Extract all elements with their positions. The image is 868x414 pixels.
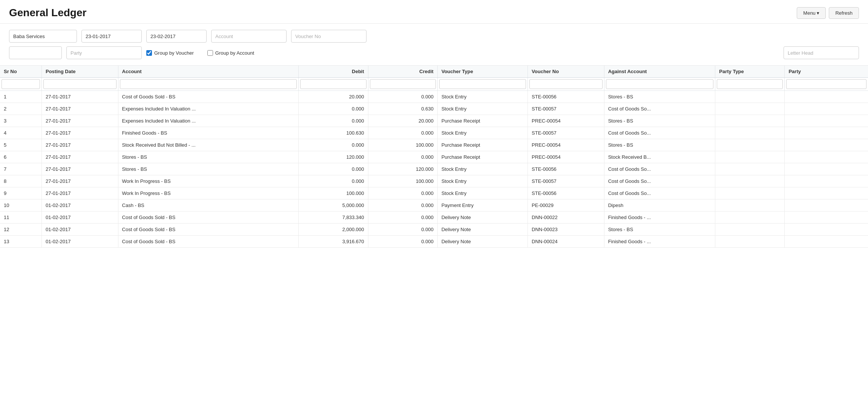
party-input[interactable] [66, 46, 142, 59]
cell-debit: 0.000 [299, 115, 368, 127]
filter-row-1 [9, 30, 859, 43]
filter-party[interactable] [786, 79, 866, 89]
filter-row-2: Group by Voucher Group by Account [9, 46, 859, 59]
cell-party-type [715, 115, 785, 127]
cell-voucher-no: STE-00057 [528, 175, 604, 187]
cell-voucher-type: Stock Entry [437, 127, 528, 139]
table-row: 127-01-2017Cost of Goods Sold - BS20.000… [0, 91, 868, 103]
filters-section: Group by Voucher Group by Account [0, 24, 868, 66]
filter-against[interactable] [606, 79, 714, 89]
cell-credit: 100.000 [368, 175, 437, 187]
table-row: 1101-02-2017Cost of Goods Sold - BS7,833… [0, 212, 868, 224]
cell-party [785, 236, 868, 248]
letter-head-input[interactable] [784, 46, 859, 59]
table-row: 827-01-2017Work In Progress - BS0.000100… [0, 175, 868, 187]
cell-date: 01-02-2017 [41, 212, 118, 224]
filter-voucher-no[interactable] [529, 79, 603, 89]
cell-voucher-no: PE-00029 [528, 199, 604, 212]
table-row: 927-01-2017Work In Progress - BS100.0000… [0, 187, 868, 199]
cell-credit: 0.000 [368, 224, 437, 236]
cell-srno: 2 [0, 103, 41, 115]
account-input[interactable] [211, 30, 287, 43]
cell-credit: 0.000 [368, 199, 437, 212]
cell-date: 27-01-2017 [41, 187, 118, 199]
cell-voucher-no: PREC-00054 [528, 115, 604, 127]
cell-date: 01-02-2017 [41, 224, 118, 236]
col-header-debit: Debit [299, 66, 368, 78]
cell-party-type [715, 103, 785, 115]
cell-account: Expenses Included In Valuation ... [118, 103, 299, 115]
cell-against: Cost of Goods So... [604, 175, 715, 187]
cell-party-type [715, 212, 785, 224]
group-by-voucher-label[interactable]: Group by Voucher [146, 50, 194, 56]
voucher-no-input[interactable] [291, 30, 367, 43]
cell-date: 27-01-2017 [41, 139, 118, 151]
cell-voucher-type: Purchase Receipt [437, 115, 528, 127]
cell-party-type [715, 224, 785, 236]
cell-party-type [715, 163, 785, 175]
cell-srno: 1 [0, 91, 41, 103]
page-title: General Ledger [9, 7, 86, 19]
col-header-srno: Sr No [0, 66, 41, 78]
filter-credit[interactable] [370, 79, 436, 89]
cell-party [785, 151, 868, 163]
cell-credit: 0.630 [368, 103, 437, 115]
cell-account: Cash - BS [118, 199, 299, 212]
cell-credit: 0.000 [368, 151, 437, 163]
refresh-button[interactable]: Refresh [829, 7, 859, 19]
filter-account[interactable] [120, 79, 297, 89]
group-by-account-text: Group by Account [215, 50, 254, 56]
table-row: 327-01-2017Expenses Included In Valuatio… [0, 115, 868, 127]
cell-against: Cost of Goods So... [604, 163, 715, 175]
cell-srno: 13 [0, 236, 41, 248]
cell-date: 27-01-2017 [41, 91, 118, 103]
cell-account: Work In Progress - BS [118, 175, 299, 187]
cell-against: Stock Received B... [604, 151, 715, 163]
company-input[interactable] [9, 30, 77, 43]
cell-party [785, 115, 868, 127]
col-header-party: Party [785, 66, 868, 78]
from-date-input[interactable] [81, 30, 142, 43]
cell-srno: 4 [0, 127, 41, 139]
cell-party-type [715, 187, 785, 199]
cell-party [785, 187, 868, 199]
cell-voucher-no: DNN-00024 [528, 236, 604, 248]
cell-account: Stores - BS [118, 163, 299, 175]
cell-against: Cost of Goods So... [604, 103, 715, 115]
ledger-table: Sr No Posting Date Account Debit Credit … [0, 66, 868, 248]
cell-srno: 10 [0, 199, 41, 212]
cell-account: Cost of Goods Sold - BS [118, 212, 299, 224]
cell-date: 27-01-2017 [41, 115, 118, 127]
table-row: 627-01-2017Stores - BS120.0000.000Purcha… [0, 151, 868, 163]
group-by-account-label[interactable]: Group by Account [207, 50, 254, 56]
cell-date: 27-01-2017 [41, 103, 118, 115]
cell-voucher-type: Purchase Receipt [437, 139, 528, 151]
blank-input[interactable] [9, 46, 62, 59]
cell-against: Stores - BS [604, 91, 715, 103]
table-row: 527-01-2017Stock Received But Not Billed… [0, 139, 868, 151]
filter-debit[interactable] [300, 79, 366, 89]
group-by-voucher-checkbox[interactable] [146, 50, 152, 56]
cell-date: 01-02-2017 [41, 199, 118, 212]
cell-voucher-type: Stock Entry [437, 175, 528, 187]
table-container: Sr No Posting Date Account Debit Credit … [0, 66, 868, 248]
filter-date[interactable] [43, 79, 117, 89]
cell-party [785, 91, 868, 103]
cell-date: 27-01-2017 [41, 163, 118, 175]
table-filter-row [0, 78, 868, 91]
cell-srno: 8 [0, 175, 41, 187]
col-header-voucher-no: Voucher No [528, 66, 604, 78]
cell-date: 27-01-2017 [41, 151, 118, 163]
group-by-account-checkbox[interactable] [207, 50, 213, 56]
to-date-input[interactable] [146, 30, 207, 43]
cell-party [785, 175, 868, 187]
cell-credit: 0.000 [368, 187, 437, 199]
menu-button[interactable]: Menu ▾ [797, 7, 826, 19]
filter-party-type[interactable] [717, 79, 783, 89]
cell-account: Work In Progress - BS [118, 187, 299, 199]
cell-srno: 11 [0, 212, 41, 224]
filter-voucher-type[interactable] [439, 79, 526, 89]
col-header-voucher-type: Voucher Type [437, 66, 528, 78]
filter-srno[interactable] [2, 79, 40, 89]
page-header: General Ledger Menu ▾ Refresh [0, 0, 868, 24]
